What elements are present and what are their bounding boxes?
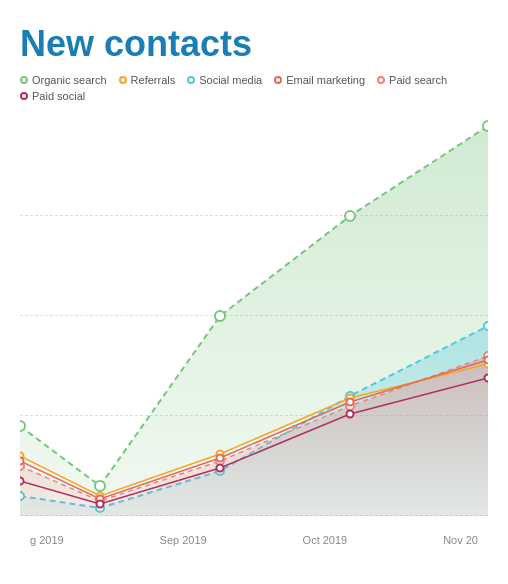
legend-item-social: Social media	[187, 74, 262, 86]
paid-social-dot	[485, 374, 489, 381]
organic-dot	[483, 121, 488, 131]
chart-area: g 2019 Sep 2019 Oct 2019 Nov 20	[20, 116, 488, 546]
paid-social-dot	[97, 500, 104, 507]
page-title: New contacts	[20, 24, 488, 64]
page-container: New contacts Organic searchReferralsSoci…	[0, 0, 508, 584]
organic-dot	[215, 311, 225, 321]
x-label-oct: Oct 2019	[303, 534, 348, 546]
email-dot	[20, 457, 24, 464]
organic-dot	[20, 421, 25, 431]
legend-label-organic: Organic search	[32, 74, 107, 86]
legend-label-referrals: Referrals	[131, 74, 176, 86]
social-dot	[484, 322, 488, 330]
x-label-nov: Nov 20	[443, 534, 478, 546]
legend-dot-referrals	[119, 76, 127, 84]
x-axis-labels: g 2019 Sep 2019 Oct 2019 Nov 20	[20, 534, 488, 546]
legend-label-paid-search: Paid search	[389, 74, 447, 86]
x-label-aug: g 2019	[30, 534, 64, 546]
email-dot	[347, 398, 354, 405]
chart-legend: Organic searchReferralsSocial mediaEmail…	[20, 74, 488, 102]
legend-item-referrals: Referrals	[119, 74, 176, 86]
legend-item-organic: Organic search	[20, 74, 107, 86]
email-dot	[485, 356, 489, 363]
legend-dot-organic	[20, 76, 28, 84]
x-label-sep: Sep 2019	[160, 534, 207, 546]
paid-social-dot	[20, 477, 24, 484]
legend-label-email: Email marketing	[286, 74, 365, 86]
paid-social-dot	[347, 410, 354, 417]
organic-dot	[345, 211, 355, 221]
legend-label-paid-social: Paid social	[32, 90, 85, 102]
legend-label-social: Social media	[199, 74, 262, 86]
legend-dot-paid-search	[377, 76, 385, 84]
organic-dot	[95, 481, 105, 491]
paid-social-dot	[217, 464, 224, 471]
legend-dot-email	[274, 76, 282, 84]
legend-item-email: Email marketing	[274, 74, 365, 86]
chart-svg	[20, 116, 488, 516]
email-dot	[217, 454, 224, 461]
legend-dot-paid-social	[20, 92, 28, 100]
legend-dot-social	[187, 76, 195, 84]
legend-item-paid-search: Paid search	[377, 74, 447, 86]
legend-item-paid-social: Paid social	[20, 90, 85, 102]
